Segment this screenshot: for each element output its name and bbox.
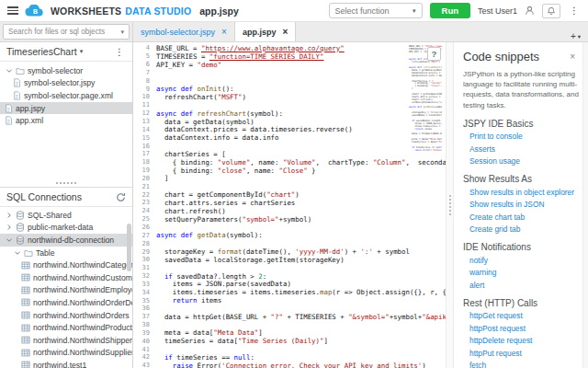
- tab-close-icon[interactable]: ×: [221, 27, 227, 37]
- code-line[interactable]: 40 timeSeries = data["Time Series (Daily…: [133, 337, 446, 345]
- chevron-right-icon[interactable]: [5, 224, 13, 231]
- header-kebab-menu more-icon[interactable]: ⋮: [568, 6, 581, 16]
- code-line[interactable]: 30 savedData = localStorage.getItem(stor…: [133, 256, 446, 264]
- code-editor[interactable]: 4BASE_URL = "https://www.alphavantage.co…: [133, 42, 446, 368]
- code-line[interactable]: 6API_KEY = "demo": [133, 61, 446, 69]
- code-line[interactable]: 7: [133, 69, 446, 77]
- project-panel-header[interactable]: TimeseriesChart ▾ ⋮: [0, 42, 132, 62]
- code-line[interactable]: 26: [133, 224, 446, 232]
- snippet-link[interactable]: Asserts: [469, 144, 579, 154]
- snippets-vscrollbar[interactable]: [582, 42, 588, 368]
- code-line[interactable]: 10 refreshChart("MSFT"): [133, 93, 446, 101]
- code-line[interactable]: 24 chart.refresh(): [133, 207, 446, 215]
- snippet-link[interactable]: alert: [469, 281, 579, 290]
- tree-item[interactable]: northwind.NorthwindProducts: [0, 321, 132, 334]
- tree-item[interactable]: northwind.NorthwindEmployees: [0, 284, 132, 297]
- run-button[interactable]: Run: [430, 3, 470, 18]
- code-line[interactable]: 33 items = JSON.parse(savedData): [133, 280, 446, 288]
- file-search-input[interactable]: Search for files or sql objects ▾: [3, 24, 130, 40]
- tree-item[interactable]: Table: [0, 247, 132, 259]
- add-tab-button[interactable]: + ▾: [571, 31, 581, 41]
- tree-item[interactable]: northwind.NorthwindShippers: [0, 334, 132, 347]
- tree-item[interactable]: symbol-selector.jspy: [0, 77, 132, 90]
- project-kebab-menu more-icon[interactable]: ⋮: [113, 47, 126, 57]
- snippet-link[interactable]: notify: [469, 256, 579, 265]
- snippet-link[interactable]: httpDelete request: [469, 336, 579, 345]
- code-line[interactable]: 16: [133, 142, 446, 150]
- tree-item[interactable]: northwind-db-connection: [0, 234, 132, 247]
- tree-item[interactable]: northwind.NorthwindSuppliers: [0, 347, 132, 360]
- code-line[interactable]: 39 meta = data["Meta Data"]: [133, 329, 446, 338]
- close-icon[interactable]: ×: [570, 52, 575, 62]
- code-line[interactable]: 4BASE_URL = "https://www.alphavantage.co…: [133, 44, 446, 52]
- snippet-link[interactable]: fetch: [469, 361, 579, 368]
- code-line[interactable]: 31: [133, 264, 446, 272]
- code-line[interactable]: 15 dataContext.info = data.info: [133, 133, 446, 142]
- code-line[interactable]: 18 { binding: "volume", name: "Volume", …: [133, 158, 446, 167]
- chevron-down-icon[interactable]: [5, 236, 13, 244]
- code-line[interactable]: 11: [133, 101, 446, 109]
- menu-icon[interactable]: [7, 6, 18, 15]
- refresh-icon[interactable]: [116, 192, 126, 202]
- code-line[interactable]: 8: [133, 76, 446, 85]
- snippet-link[interactable]: httpPut request: [469, 349, 579, 358]
- notifications-button[interactable]: [542, 4, 560, 18]
- snippet-link[interactable]: httpGet request: [469, 311, 579, 320]
- minimap[interactable]: BASE_URL = "https://www.alphavantage.co/…: [409, 45, 442, 155]
- chevron-down-icon[interactable]: [5, 67, 13, 75]
- code-line[interactable]: 21: [133, 182, 446, 190]
- code-line[interactable]: 38: [133, 321, 446, 329]
- code-line[interactable]: 9async def onInit():: [133, 85, 446, 93]
- user-icon[interactable]: [525, 6, 535, 16]
- code-line[interactable]: 35 return items: [133, 296, 446, 305]
- chevron-right-icon[interactable]: [5, 212, 13, 219]
- code-line[interactable]: 12async def refreshChart(symbol):: [133, 109, 446, 118]
- select-function-dropdown[interactable]: Select function ▾: [329, 3, 423, 18]
- tree-item[interactable]: northwind.test1: [0, 359, 132, 368]
- tree-item[interactable]: northwind.NorthwindOrderDetails: [0, 296, 132, 309]
- code-line[interactable]: 20 ]: [133, 175, 446, 183]
- code-line[interactable]: 42 if timeSeries == null:: [133, 353, 446, 362]
- snippet-link[interactable]: Create grid tab: [469, 224, 579, 234]
- code-line[interactable]: 28: [133, 239, 446, 247]
- code-line[interactable]: 37 data = httpGet(BASE_URL + "?" + TIMES…: [133, 313, 446, 321]
- tree-item[interactable]: northwind.NorthwindOrders: [0, 309, 132, 322]
- code-line[interactable]: 25 setQueryParameters("symbol="+symbol): [133, 215, 446, 224]
- snippet-link[interactable]: httpPost request: [469, 324, 579, 333]
- snippet-link[interactable]: Create chart tab: [469, 213, 579, 222]
- tab-close-icon[interactable]: ×: [282, 27, 288, 37]
- tree-item[interactable]: public-market-data: [0, 222, 132, 235]
- panel-resize-handle[interactable]: [0, 179, 132, 187]
- tree-item[interactable]: northwind.NorthwindCustomers: [0, 271, 132, 284]
- snippet-link[interactable]: Show results in object explorer: [469, 188, 579, 197]
- tab-app.jspy[interactable]: app.jspy×: [234, 22, 296, 41]
- chevron-down-icon[interactable]: [13, 249, 21, 257]
- code-line[interactable]: 41: [133, 345, 446, 353]
- code-line[interactable]: 22 chart = getComponentById("chart"): [133, 190, 446, 199]
- code-line[interactable]: 29 storageKey = format(dateTime(), 'yyyy…: [133, 247, 446, 256]
- tab-symbol-selector.jspy[interactable]: symbol-selector.jspy×: [133, 22, 234, 41]
- tree-item[interactable]: SQL-Shared: [0, 209, 132, 222]
- sidebar-scrollbar[interactable]: [127, 224, 131, 271]
- snippet-link[interactable]: Print to console: [469, 132, 579, 141]
- snippet-link[interactable]: Show results in JSON: [469, 200, 579, 209]
- code-line[interactable]: 13 data = getData(symbol): [133, 118, 446, 126]
- code-line[interactable]: 14 dataContext.prices = data.timeseries.…: [133, 125, 446, 133]
- code-line[interactable]: 43 raise Error('Connection error. Check …: [133, 362, 446, 368]
- code-line[interactable]: 27async def getData(symbol):: [133, 231, 446, 239]
- code-line[interactable]: 23 chart.attrs.series = chartSeries: [133, 199, 446, 207]
- snippet-link[interactable]: Session usage: [469, 156, 579, 166]
- code-line[interactable]: 32 if savedData?.length > 2:: [133, 272, 446, 281]
- tree-item[interactable]: symbol-selector.page.xml: [0, 89, 132, 102]
- tree-item[interactable]: app.jspy: [0, 102, 132, 115]
- code-line[interactable]: 36: [133, 305, 446, 313]
- help-button[interactable]: ?: [427, 47, 441, 61]
- code-line[interactable]: 17 chartSeries = [: [133, 150, 446, 158]
- code-line[interactable]: 19 { binding: "close", name: "Close" }: [133, 167, 446, 175]
- tree-item[interactable]: symbol-selector: [0, 64, 132, 77]
- code-line[interactable]: 34 items.timeseries = items.timeseries.m…: [133, 288, 446, 296]
- editor-panel-resize-handle[interactable]: [446, 42, 454, 368]
- snippet-link[interactable]: warning: [469, 268, 579, 277]
- code-line[interactable]: 5TIMESERIES = "function=TIME_SERIES_DAIL…: [133, 52, 446, 61]
- tree-item[interactable]: app.xml: [0, 114, 132, 127]
